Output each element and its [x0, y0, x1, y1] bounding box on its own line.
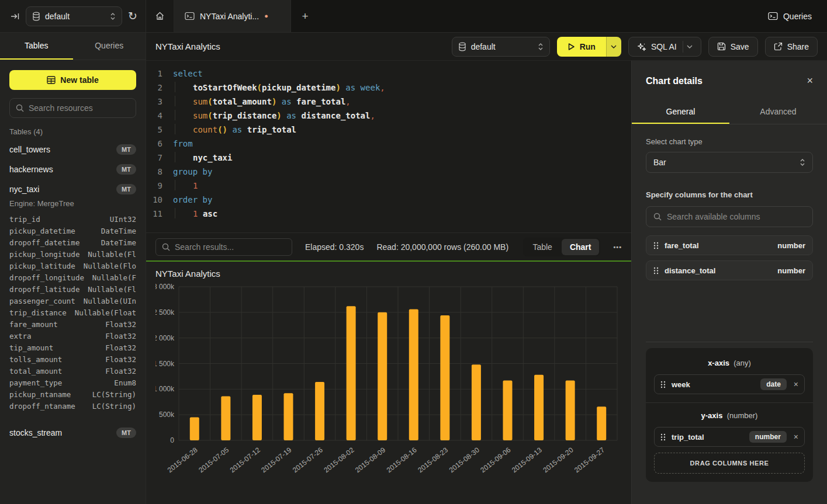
sql-editor[interactable]: 1select2toStartOfWeek(pickup_datetime) a…: [146, 61, 631, 232]
chart-bar[interactable]: [221, 397, 230, 440]
chart-bar[interactable]: [284, 393, 293, 440]
search-results-input[interactable]: [175, 242, 286, 252]
column-row[interactable]: payment_typeEnum8: [9, 377, 136, 389]
search-resources: [9, 98, 136, 118]
column-row[interactable]: pickup_datetimeDateTime: [9, 225, 136, 237]
chart-type-select[interactable]: Bar: [646, 152, 813, 173]
tab-general[interactable]: General: [632, 99, 729, 124]
database-selector[interactable]: default: [26, 6, 122, 26]
table-row[interactable]: cell_towersMT: [0, 140, 146, 159]
column-row[interactable]: dropoff_datetimeDateTime: [9, 237, 136, 249]
remove-column-button[interactable]: ×: [793, 432, 798, 442]
code-line[interactable]: 8group by: [146, 165, 631, 179]
table-row[interactable]: nyc_taxiMT: [0, 179, 146, 199]
home-button[interactable]: [146, 0, 174, 32]
table-row[interactable]: stocks_streamMT: [0, 423, 146, 443]
table-row[interactable]: hackernewsMT: [0, 159, 146, 179]
more-options-button[interactable]: •••: [613, 244, 622, 251]
view-toggle-chart[interactable]: Chart: [562, 239, 600, 255]
chart-bar[interactable]: [597, 406, 606, 440]
code-line[interactable]: 5count() as trip_total: [146, 123, 631, 137]
code-line[interactable]: 111 asc: [146, 207, 631, 221]
code-line[interactable]: 10order by: [146, 193, 631, 207]
code-line[interactable]: 6from: [146, 137, 631, 151]
refresh-button[interactable]: ↻: [128, 9, 137, 23]
column-row[interactable]: extraFloat32: [9, 331, 136, 342]
column-chip-fare-total[interactable]: fare_total number: [646, 235, 813, 255]
sql-ai-button[interactable]: SQL AI: [628, 37, 701, 57]
column-name: passenger_count: [9, 296, 75, 307]
x-axis-label: x-axis: [708, 359, 729, 367]
column-row[interactable]: pickup_longitudeNullable(Fl: [9, 249, 136, 260]
query-tab[interactable]: NYTaxi Analyti... ●: [174, 0, 291, 32]
run-dropdown-button[interactable]: [606, 37, 621, 57]
chart-bar[interactable]: [534, 375, 544, 440]
code-line[interactable]: 7nyc_taxi: [146, 151, 631, 165]
code-line[interactable]: 2toStartOfWeek(pickup_datetime) as week,: [146, 81, 631, 95]
column-type: Float32: [105, 319, 136, 331]
sidebar-tab-tables[interactable]: Tables: [0, 33, 73, 60]
tab-advanced[interactable]: Advanced: [729, 99, 827, 124]
column-type: Float32: [105, 354, 136, 366]
chart-bar[interactable]: [566, 380, 575, 440]
new-table-button[interactable]: New table: [9, 70, 136, 90]
new-tab-button[interactable]: +: [291, 0, 319, 32]
column-row[interactable]: tip_amountFloat32: [9, 342, 136, 354]
chart-bar[interactable]: [252, 395, 262, 440]
y-axis-chip-trip-total[interactable]: trip_total number ×: [654, 427, 805, 447]
code-line[interactable]: 91: [146, 179, 631, 193]
chart-bar[interactable]: [190, 418, 199, 440]
column-name: pickup_datetime: [9, 225, 75, 237]
remove-column-button[interactable]: ×: [793, 380, 798, 389]
search-icon: [653, 213, 662, 221]
code-text: 1 asc: [173, 207, 217, 221]
x-axis-chip-week[interactable]: week date ×: [654, 374, 805, 394]
code-line[interactable]: 1select: [146, 67, 631, 81]
column-row[interactable]: pickup_ntanameLC(String): [9, 389, 136, 401]
column-row[interactable]: tolls_amountFloat32: [9, 354, 136, 366]
drop-zone[interactable]: DRAG COLUMNS HERE: [654, 453, 805, 474]
bar-chart[interactable]: 0500k1 000k1 500k2 000k2 500k3 000k2015-…: [155, 280, 622, 502]
chart-bar[interactable]: [315, 382, 324, 440]
column-row[interactable]: fare_amountFloat32: [9, 319, 136, 331]
column-name: dropoff_ntaname: [9, 401, 75, 412]
sidebar-collapse-button[interactable]: [11, 12, 20, 21]
x-axis-tick: 2015-08-16: [385, 446, 418, 474]
run-button[interactable]: Run: [557, 37, 606, 57]
code-text: sum(total_amount) as fare_total,: [173, 95, 351, 109]
save-button[interactable]: Save: [708, 37, 758, 57]
code-line[interactable]: 4sum(trip_distance) as distance_total,: [146, 109, 631, 123]
code-line[interactable]: 3sum(total_amount) as fare_total,: [146, 95, 631, 109]
chart-bar[interactable]: [347, 306, 356, 440]
database-icon: [458, 42, 466, 51]
column-name: pickup_ntaname: [9, 389, 71, 401]
sidebar-tab-queries[interactable]: Queries: [73, 33, 146, 60]
column-row[interactable]: dropoff_latitudeNullable(Fl: [9, 284, 136, 296]
code-text: 1: [173, 179, 198, 193]
column-row[interactable]: dropoff_ntanameLC(String): [9, 401, 136, 412]
search-resources-input[interactable]: [29, 103, 130, 113]
search-columns: [646, 206, 813, 227]
chart-bar[interactable]: [503, 380, 513, 440]
chart-bar[interactable]: [378, 312, 387, 440]
column-name: trip_distance: [9, 307, 67, 319]
column-row[interactable]: total_amountFloat32: [9, 366, 136, 377]
search-columns-input[interactable]: [667, 212, 805, 221]
column-row[interactable]: trip_idUInt32: [9, 214, 136, 225]
column-chip-distance-total[interactable]: distance_total number: [646, 260, 813, 280]
chart-bar[interactable]: [409, 310, 418, 440]
column-row[interactable]: passenger_countNullable(UIn: [9, 296, 136, 307]
chart-bar[interactable]: [440, 315, 449, 440]
queries-link[interactable]: Queries: [768, 0, 827, 32]
close-panel-button[interactable]: ×: [807, 75, 813, 87]
sql-ai-dropdown[interactable]: [683, 41, 693, 53]
column-row[interactable]: pickup_latitudeNullable(Flo: [9, 260, 136, 272]
column-row[interactable]: trip_distanceNullable(Float: [9, 307, 136, 319]
view-toggle-table[interactable]: Table: [524, 239, 560, 255]
code-text: toStartOfWeek(pickup_datetime) as week,: [173, 81, 385, 95]
x-axis-tick: 2015-08-23: [416, 446, 449, 474]
database-selector[interactable]: default: [452, 37, 550, 57]
chart-bar[interactable]: [472, 364, 481, 440]
share-button[interactable]: Share: [765, 37, 818, 57]
column-row[interactable]: dropoff_longitudeNullable(F: [9, 272, 136, 284]
